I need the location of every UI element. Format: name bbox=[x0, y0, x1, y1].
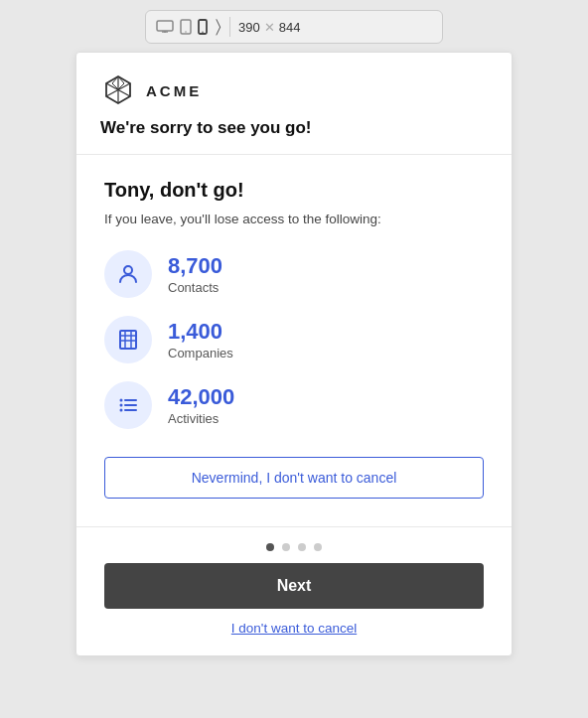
monitor-icon[interactable] bbox=[156, 20, 174, 34]
nevermind-button[interactable]: Nevermind, I don't want to cancel bbox=[104, 457, 484, 499]
coordinates: 390 ✕ 844 bbox=[238, 20, 300, 35]
coord-x-value: 390 bbox=[238, 20, 260, 35]
mobile-icon[interactable] bbox=[198, 19, 208, 35]
svg-point-12 bbox=[124, 266, 132, 274]
dont-cancel-link[interactable]: I don't want to cancel bbox=[231, 621, 357, 636]
contacts-number: 8,700 bbox=[168, 253, 222, 279]
close-icon: ✕ bbox=[264, 20, 275, 35]
svg-point-4 bbox=[185, 31, 186, 32]
logo-text: ACME bbox=[146, 82, 202, 99]
stat-item-contacts: 8,700 Contacts bbox=[104, 250, 484, 298]
svg-point-18 bbox=[120, 399, 123, 402]
stat-item-activities: 42,000 Activities bbox=[104, 381, 484, 429]
browser-toolbar: 〉 390 ✕ 844 bbox=[145, 10, 443, 44]
dot-4 bbox=[314, 543, 322, 551]
dot-2 bbox=[282, 543, 290, 551]
dot-1 bbox=[266, 543, 274, 551]
subtitle: If you leave, you'll lose access to the … bbox=[104, 212, 484, 226]
card-header: ACME We're sorry to see you go! bbox=[76, 53, 512, 155]
logo-row: ACME bbox=[100, 72, 488, 108]
next-button[interactable]: Next bbox=[104, 563, 484, 609]
dont-go-title: Tony, don't go! bbox=[104, 179, 484, 202]
activities-number: 42,000 bbox=[168, 384, 234, 410]
stat-info-companies: 1,400 Companies bbox=[168, 319, 233, 359]
card-body: Tony, don't go! If you leave, you'll los… bbox=[76, 155, 512, 526]
svg-rect-13 bbox=[120, 331, 136, 349]
stats-list: 8,700 Contacts 1,400 Comp bbox=[104, 250, 484, 429]
svg-rect-0 bbox=[157, 21, 173, 31]
companies-icon-circle bbox=[104, 316, 152, 363]
coord-y-value: 844 bbox=[279, 20, 301, 35]
header-title: We're sorry to see you go! bbox=[100, 118, 488, 138]
tablet-icon[interactable] bbox=[180, 19, 192, 35]
stat-item-companies: 1,400 Companies bbox=[104, 316, 484, 363]
list-icon bbox=[116, 393, 140, 417]
stat-info-contacts: 8,700 Contacts bbox=[168, 253, 222, 294]
device-icons: 〉 bbox=[156, 17, 221, 37]
person-icon bbox=[116, 262, 140, 286]
pagination-dots bbox=[266, 543, 322, 551]
acme-logo-icon bbox=[100, 72, 136, 108]
building-icon bbox=[116, 328, 140, 352]
cursor-icon: 〉 bbox=[216, 17, 221, 37]
dot-3 bbox=[298, 543, 306, 551]
card-footer: Next I don't want to cancel bbox=[76, 526, 512, 655]
svg-point-22 bbox=[120, 409, 123, 412]
svg-point-20 bbox=[120, 404, 123, 407]
stat-info-activities: 42,000 Activities bbox=[168, 384, 234, 425]
svg-point-6 bbox=[202, 32, 203, 33]
companies-number: 1,400 bbox=[168, 319, 233, 345]
toolbar-divider bbox=[229, 17, 230, 37]
contacts-icon-circle bbox=[104, 250, 152, 298]
contacts-label: Contacts bbox=[168, 280, 222, 295]
main-card: ACME We're sorry to see you go! Tony, do… bbox=[75, 52, 513, 656]
activities-label: Activities bbox=[168, 411, 234, 426]
companies-label: Companies bbox=[168, 346, 233, 360]
activities-icon-circle bbox=[104, 381, 152, 429]
